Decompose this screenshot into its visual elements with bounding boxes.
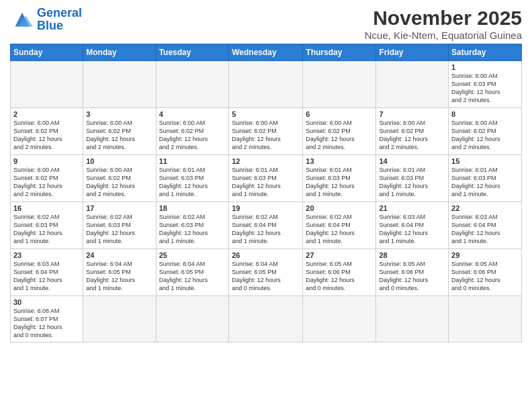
day-number: 12 bbox=[232, 157, 300, 165]
calendar-cell: 2Sunrise: 6:00 AMSunset: 6:02 PMDaylight… bbox=[11, 108, 83, 155]
calendar-cell: 12Sunrise: 6:01 AMSunset: 6:03 PMDayligh… bbox=[229, 155, 303, 202]
calendar-cell: 21Sunrise: 6:03 AMSunset: 6:04 PMDayligh… bbox=[376, 202, 449, 249]
calendar-cell bbox=[376, 61, 449, 108]
calendar-cell bbox=[156, 61, 229, 108]
calendar-cell: 11Sunrise: 6:01 AMSunset: 6:03 PMDayligh… bbox=[156, 155, 229, 202]
title-block: November 2025 Ncue, Kie-Ntem, Equatorial… bbox=[365, 7, 522, 41]
col-header-wednesday: Wednesday bbox=[229, 44, 303, 61]
main-title: November 2025 bbox=[365, 7, 522, 30]
day-number: 10 bbox=[86, 157, 152, 165]
day-info: Sunrise: 6:05 AMSunset: 6:06 PMDaylight:… bbox=[306, 260, 373, 293]
day-number: 20 bbox=[306, 204, 373, 212]
day-number: 1 bbox=[451, 63, 519, 71]
day-number: 4 bbox=[159, 110, 226, 118]
general-blue-icon bbox=[10, 10, 34, 29]
day-number: 19 bbox=[232, 204, 300, 212]
calendar-cell bbox=[303, 61, 376, 108]
calendar-cell: 7Sunrise: 6:00 AMSunset: 6:02 PMDaylight… bbox=[376, 108, 449, 155]
calendar-cell bbox=[83, 61, 156, 108]
calendar-cell: 6Sunrise: 6:00 AMSunset: 6:02 PMDaylight… bbox=[303, 108, 376, 155]
day-info: Sunrise: 6:03 AMSunset: 6:04 PMDaylight:… bbox=[379, 213, 445, 246]
day-info: Sunrise: 6:03 AMSunset: 6:04 PMDaylight:… bbox=[451, 213, 519, 246]
logo-text: GeneralBlue bbox=[37, 7, 82, 32]
day-number: 27 bbox=[306, 251, 373, 259]
calendar-cell bbox=[11, 61, 83, 108]
calendar-cell: 13Sunrise: 6:01 AMSunset: 6:03 PMDayligh… bbox=[303, 155, 376, 202]
calendar-cell: 1Sunrise: 6:00 AMSunset: 6:03 PMDaylight… bbox=[449, 61, 522, 108]
day-number: 29 bbox=[451, 251, 519, 259]
day-number: 6 bbox=[306, 110, 373, 118]
calendar-table: SundayMondayTuesdayWednesdayThursdayFrid… bbox=[10, 44, 522, 342]
day-number: 3 bbox=[86, 110, 152, 118]
day-info: Sunrise: 6:00 AMSunset: 6:02 PMDaylight:… bbox=[86, 119, 152, 152]
calendar-header-row: SundayMondayTuesdayWednesdayThursdayFrid… bbox=[11, 44, 522, 61]
calendar-cell: 29Sunrise: 6:05 AMSunset: 6:06 PMDayligh… bbox=[449, 249, 522, 296]
calendar-week-row: 30Sunrise: 6:06 AMSunset: 6:07 PMDayligh… bbox=[11, 296, 522, 342]
calendar-cell: 9Sunrise: 6:00 AMSunset: 6:02 PMDaylight… bbox=[11, 155, 83, 202]
col-header-thursday: Thursday bbox=[303, 44, 376, 61]
calendar-cell: 5Sunrise: 6:00 AMSunset: 6:02 PMDaylight… bbox=[229, 108, 303, 155]
calendar-cell: 17Sunrise: 6:02 AMSunset: 6:03 PMDayligh… bbox=[83, 202, 156, 249]
day-info: Sunrise: 6:01 AMSunset: 6:03 PMDaylight:… bbox=[159, 166, 226, 199]
day-info: Sunrise: 6:04 AMSunset: 6:05 PMDaylight:… bbox=[232, 260, 300, 293]
day-info: Sunrise: 6:00 AMSunset: 6:02 PMDaylight:… bbox=[451, 119, 519, 152]
calendar-cell: 15Sunrise: 6:01 AMSunset: 6:03 PMDayligh… bbox=[449, 155, 522, 202]
day-info: Sunrise: 6:00 AMSunset: 6:02 PMDaylight:… bbox=[232, 119, 300, 152]
calendar-cell: 19Sunrise: 6:02 AMSunset: 6:04 PMDayligh… bbox=[229, 202, 303, 249]
calendar-week-row: 2Sunrise: 6:00 AMSunset: 6:02 PMDaylight… bbox=[11, 108, 522, 155]
calendar-cell: 28Sunrise: 6:05 AMSunset: 6:06 PMDayligh… bbox=[376, 249, 449, 296]
calendar-cell: 14Sunrise: 6:01 AMSunset: 6:03 PMDayligh… bbox=[376, 155, 449, 202]
day-number: 23 bbox=[13, 251, 80, 259]
day-number: 17 bbox=[86, 204, 152, 212]
calendar-cell: 24Sunrise: 6:04 AMSunset: 6:05 PMDayligh… bbox=[83, 249, 156, 296]
day-info: Sunrise: 6:05 AMSunset: 6:06 PMDaylight:… bbox=[379, 260, 445, 293]
day-number: 21 bbox=[379, 204, 445, 212]
calendar-cell: 4Sunrise: 6:00 AMSunset: 6:02 PMDaylight… bbox=[156, 108, 229, 155]
day-number: 30 bbox=[13, 298, 80, 306]
day-info: Sunrise: 6:00 AMSunset: 6:03 PMDaylight:… bbox=[451, 72, 519, 105]
calendar-week-row: 16Sunrise: 6:02 AMSunset: 6:03 PMDayligh… bbox=[11, 202, 522, 249]
header: GeneralBlue November 2025 Ncue, Kie-Ntem… bbox=[10, 7, 522, 41]
day-number: 5 bbox=[232, 110, 300, 118]
calendar-cell bbox=[303, 296, 376, 342]
day-number: 13 bbox=[306, 157, 373, 165]
calendar-cell bbox=[229, 61, 303, 108]
page: GeneralBlue November 2025 Ncue, Kie-Ntem… bbox=[0, 0, 532, 411]
calendar-cell: 8Sunrise: 6:00 AMSunset: 6:02 PMDaylight… bbox=[449, 108, 522, 155]
calendar-week-row: 23Sunrise: 6:03 AMSunset: 6:04 PMDayligh… bbox=[11, 249, 522, 296]
day-number: 9 bbox=[13, 157, 80, 165]
col-header-monday: Monday bbox=[83, 44, 156, 61]
day-info: Sunrise: 6:00 AMSunset: 6:02 PMDaylight:… bbox=[159, 119, 226, 152]
day-info: Sunrise: 6:02 AMSunset: 6:04 PMDaylight:… bbox=[306, 213, 373, 246]
col-header-tuesday: Tuesday bbox=[156, 44, 229, 61]
day-info: Sunrise: 6:02 AMSunset: 6:04 PMDaylight:… bbox=[232, 213, 300, 246]
calendar-cell bbox=[229, 296, 303, 342]
calendar-cell bbox=[156, 296, 229, 342]
calendar-cell: 20Sunrise: 6:02 AMSunset: 6:04 PMDayligh… bbox=[303, 202, 376, 249]
day-number: 24 bbox=[86, 251, 152, 259]
calendar-cell: 18Sunrise: 6:02 AMSunset: 6:03 PMDayligh… bbox=[156, 202, 229, 249]
calendar-cell: 26Sunrise: 6:04 AMSunset: 6:05 PMDayligh… bbox=[229, 249, 303, 296]
day-info: Sunrise: 6:05 AMSunset: 6:06 PMDaylight:… bbox=[451, 260, 519, 293]
calendar-cell: 25Sunrise: 6:04 AMSunset: 6:05 PMDayligh… bbox=[156, 249, 229, 296]
col-header-saturday: Saturday bbox=[449, 44, 522, 61]
day-info: Sunrise: 6:00 AMSunset: 6:02 PMDaylight:… bbox=[306, 119, 373, 152]
day-info: Sunrise: 6:01 AMSunset: 6:03 PMDaylight:… bbox=[232, 166, 300, 199]
day-number: 18 bbox=[159, 204, 226, 212]
day-info: Sunrise: 6:00 AMSunset: 6:02 PMDaylight:… bbox=[379, 119, 445, 152]
day-info: Sunrise: 6:00 AMSunset: 6:02 PMDaylight:… bbox=[13, 166, 80, 199]
calendar-cell: 22Sunrise: 6:03 AMSunset: 6:04 PMDayligh… bbox=[449, 202, 522, 249]
day-number: 14 bbox=[379, 157, 445, 165]
day-number: 16 bbox=[13, 204, 80, 212]
day-info: Sunrise: 6:02 AMSunset: 6:03 PMDaylight:… bbox=[86, 213, 152, 246]
day-number: 26 bbox=[232, 251, 300, 259]
calendar-cell: 27Sunrise: 6:05 AMSunset: 6:06 PMDayligh… bbox=[303, 249, 376, 296]
day-info: Sunrise: 6:00 AMSunset: 6:02 PMDaylight:… bbox=[86, 166, 152, 199]
day-info: Sunrise: 6:04 AMSunset: 6:05 PMDaylight:… bbox=[159, 260, 226, 293]
subtitle: Ncue, Kie-Ntem, Equatorial Guinea bbox=[365, 30, 522, 41]
calendar-week-row: 1Sunrise: 6:00 AMSunset: 6:03 PMDaylight… bbox=[11, 61, 522, 108]
calendar-cell bbox=[449, 296, 522, 342]
day-number: 7 bbox=[379, 110, 445, 118]
day-number: 2 bbox=[13, 110, 80, 118]
calendar-cell bbox=[376, 296, 449, 342]
